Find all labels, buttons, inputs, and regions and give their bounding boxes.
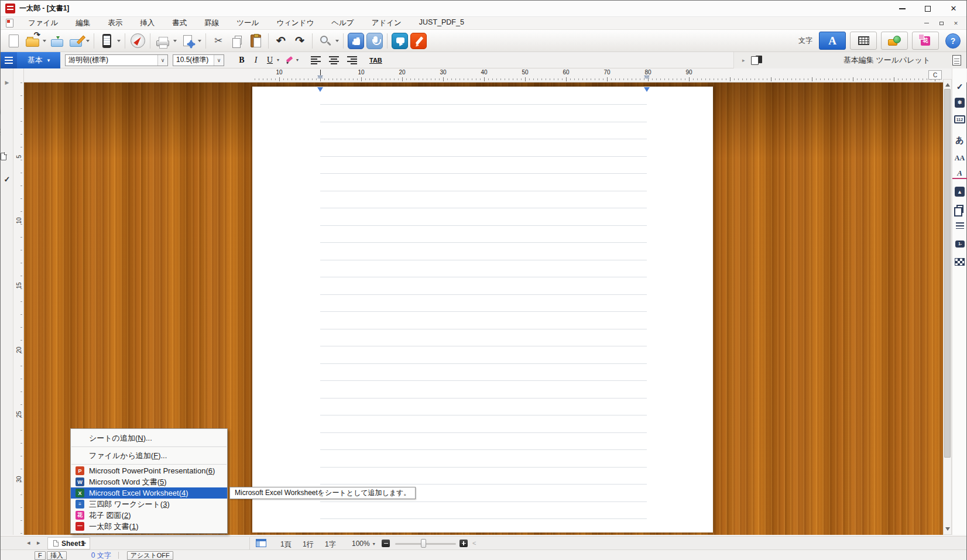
assist-button[interactable] (347, 32, 365, 50)
font-size-icon[interactable]: AA (952, 151, 967, 165)
search-dropdown[interactable] (334, 32, 340, 50)
character-mode-button[interactable]: A (819, 32, 846, 50)
underline-button[interactable]: U (263, 54, 277, 67)
zoom-slider-thumb[interactable] (421, 539, 426, 548)
translate-chat-button[interactable] (390, 32, 409, 50)
redo-button[interactable]: ↷ (290, 32, 309, 50)
grid-icon[interactable] (955, 258, 965, 266)
italic-button[interactable]: I (249, 54, 263, 67)
hanako-mode-button[interactable]: 花 (912, 32, 939, 50)
menu-item-11[interactable]: JUST_PDF_5 (410, 17, 473, 29)
child-close-button[interactable]: ✕ (951, 19, 961, 28)
menu-item-7[interactable]: ツール (228, 17, 268, 29)
align-right-button[interactable] (347, 56, 357, 64)
save-button[interactable] (47, 32, 66, 50)
voice-input-button[interactable] (365, 32, 384, 50)
font-name-select[interactable]: 游明朝(標準) ∨ (65, 54, 168, 66)
paste-button[interactable] (246, 32, 265, 50)
palette-document-icon[interactable] (952, 55, 961, 66)
print-dropdown[interactable] (172, 32, 178, 50)
outline-icon[interactable] (956, 222, 964, 229)
play-icon[interactable]: ▶ (1, 75, 13, 90)
zoom-level-select[interactable]: 100% ▾ (352, 540, 375, 548)
image-icon[interactable]: ▲ (955, 187, 965, 197)
menu-item-8[interactable]: ウィンドウ (268, 17, 323, 29)
scroll-down-button[interactable] (944, 525, 951, 534)
layout-view-icon[interactable] (256, 539, 266, 547)
child-restore-button[interactable] (937, 19, 946, 28)
child-minimize-button[interactable] (922, 19, 931, 28)
palette-switch-icon[interactable] (751, 56, 762, 65)
context-menu-item-7[interactable]: 花花子 図面(2) (71, 510, 227, 521)
context-menu-item-3[interactable]: PMicrosoft PowerPoint Presentation(6) (71, 465, 227, 476)
mobile-viewer-dropdown[interactable] (116, 32, 122, 50)
marker-pen-button[interactable] (409, 32, 428, 50)
kana-mode-button[interactable]: F (35, 551, 46, 560)
bookmark-icon[interactable] (1, 153, 6, 160)
menu-item-5[interactable]: 書式 (163, 17, 196, 29)
zoom-in-button[interactable] (460, 540, 468, 547)
document-page[interactable] (252, 87, 713, 532)
insert-mode-button[interactable]: 挿入 (47, 551, 67, 560)
check-icon[interactable]: ✓ (1, 172, 13, 186)
menu-item-6[interactable]: 罫線 (196, 17, 228, 29)
document-icon[interactable] (6, 19, 13, 28)
margin-marker[interactable] (644, 75, 650, 82)
add-sheet-button[interactable]: + (78, 538, 89, 548)
flower-icon[interactable]: ✽ (955, 98, 965, 108)
font-decoration-icon[interactable]: A (952, 169, 967, 179)
underline-dropdown[interactable]: ▾ (277, 57, 282, 63)
maximize-button[interactable] (915, 1, 941, 16)
save-as-button[interactable] (66, 32, 85, 50)
highlight-pen-button[interactable] (282, 54, 296, 67)
hamburger-menu-button[interactable] (1, 52, 17, 68)
context-menu-item-6[interactable]: ≡三四郎 ワークシート(3) (71, 499, 227, 510)
margin-pin[interactable] (317, 87, 323, 95)
graphics-mode-button[interactable] (881, 32, 908, 50)
ruler-c-button[interactable]: C (928, 70, 942, 80)
navigation-button[interactable] (128, 32, 147, 50)
menu-item-10[interactable]: アドイン (363, 17, 410, 29)
close-button[interactable]: ✕ (941, 1, 966, 16)
memo-icon[interactable]: 1- (955, 241, 965, 248)
bold-button[interactable]: B (235, 54, 249, 67)
print-button[interactable] (153, 32, 172, 50)
check-icon[interactable]: ✓ (952, 80, 967, 94)
menu-item-2[interactable]: 編集 (67, 17, 99, 29)
search-button[interactable] (316, 32, 334, 50)
menu-item-9[interactable]: ヘルプ (323, 17, 362, 29)
print-settings-dropdown[interactable] (197, 32, 203, 50)
margin-pin[interactable] (644, 87, 650, 95)
mobile-viewer-button[interactable] (97, 32, 116, 50)
assist-toggle-button[interactable]: アシストOFF (127, 551, 173, 560)
style-selector[interactable]: 基本 ▾ (17, 52, 60, 68)
highlight-pen-dropdown[interactable]: ▾ (296, 57, 301, 63)
print-settings-button[interactable] (178, 32, 197, 50)
table-mode-button[interactable] (850, 32, 877, 50)
minimize-button[interactable] (889, 1, 915, 16)
hiragana-a-icon[interactable]: あ (952, 133, 967, 147)
align-left-button[interactable] (311, 56, 321, 64)
context-menu-item-2[interactable]: ファイルから追加(F)... (71, 448, 227, 463)
margin-marker[interactable] (317, 75, 323, 82)
photo-112-icon[interactable]: 112 (954, 115, 965, 123)
menu-item-1[interactable]: ファイル (19, 17, 67, 29)
copies-icon[interactable] (956, 205, 963, 213)
expand-arrow-icon[interactable]: ▸ (742, 57, 745, 63)
cut-button[interactable]: ✂ (209, 32, 228, 50)
font-size-select[interactable]: 10.5(標準) ∨ (173, 54, 224, 66)
new-document-button[interactable] (4, 32, 23, 50)
zoom-out-button[interactable] (382, 540, 390, 547)
vertical-scrollbar[interactable] (943, 79, 952, 535)
align-center-button[interactable] (329, 56, 339, 64)
scroll-up-button[interactable] (944, 80, 951, 89)
context-menu-item-1[interactable]: シートの追加(N)... (71, 430, 227, 446)
scrollbar-thumb[interactable] (944, 89, 951, 458)
tab-button[interactable]: TAB (369, 57, 382, 64)
menu-item-4[interactable]: 挿入 (131, 17, 163, 29)
context-menu-item-5[interactable]: XMicrosoft Excel Worksheet(4) (71, 487, 227, 499)
sheet-prev-button[interactable]: ◂ (27, 539, 30, 547)
menu-item-3[interactable]: 表示 (99, 17, 131, 29)
context-menu-item-4[interactable]: WMicrosoft Word 文書(5) (71, 476, 227, 487)
sheet-next-button[interactable]: ▸ (37, 539, 40, 547)
